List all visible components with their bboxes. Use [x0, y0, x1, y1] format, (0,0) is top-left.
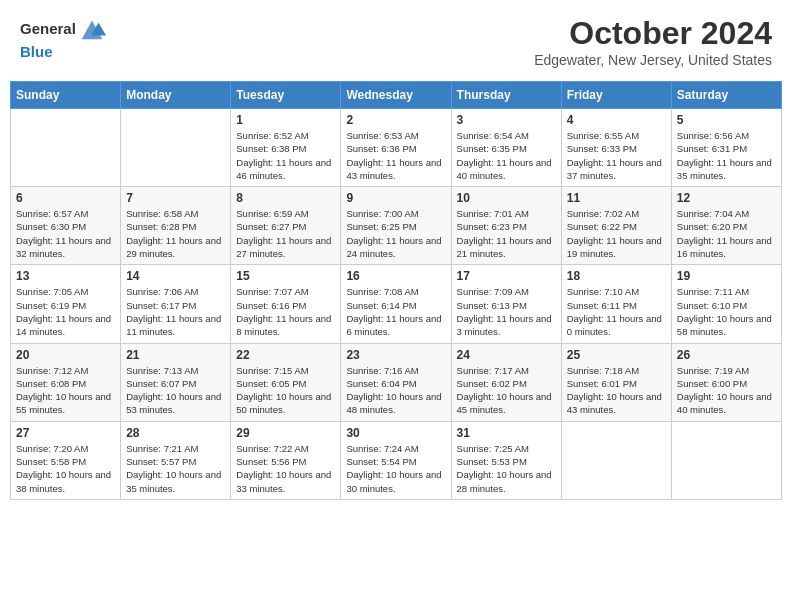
day-info: Sunrise: 7:25 AM Sunset: 5:53 PM Dayligh…: [457, 442, 556, 495]
calendar-cell: 27Sunrise: 7:20 AM Sunset: 5:58 PM Dayli…: [11, 421, 121, 499]
calendar-cell: 12Sunrise: 7:04 AM Sunset: 6:20 PM Dayli…: [671, 187, 781, 265]
calendar-cell: 13Sunrise: 7:05 AM Sunset: 6:19 PM Dayli…: [11, 265, 121, 343]
calendar-cell: 4Sunrise: 6:55 AM Sunset: 6:33 PM Daylig…: [561, 109, 671, 187]
day-number: 29: [236, 426, 335, 440]
day-info: Sunrise: 7:21 AM Sunset: 5:57 PM Dayligh…: [126, 442, 225, 495]
day-info: Sunrise: 7:09 AM Sunset: 6:13 PM Dayligh…: [457, 285, 556, 338]
calendar-week-4: 20Sunrise: 7:12 AM Sunset: 6:08 PM Dayli…: [11, 343, 782, 421]
day-number: 3: [457, 113, 556, 127]
header-cell-thursday: Thursday: [451, 82, 561, 109]
calendar-cell: 1Sunrise: 6:52 AM Sunset: 6:38 PM Daylig…: [231, 109, 341, 187]
logo-text-blue: Blue: [20, 43, 53, 60]
header-cell-monday: Monday: [121, 82, 231, 109]
title-section: October 2024 Edgewater, New Jersey, Unit…: [534, 15, 772, 68]
calendar-cell: 16Sunrise: 7:08 AM Sunset: 6:14 PM Dayli…: [341, 265, 451, 343]
logo-icon: [78, 15, 106, 43]
day-info: Sunrise: 6:55 AM Sunset: 6:33 PM Dayligh…: [567, 129, 666, 182]
calendar-cell: 19Sunrise: 7:11 AM Sunset: 6:10 PM Dayli…: [671, 265, 781, 343]
calendar-cell: [121, 109, 231, 187]
day-number: 28: [126, 426, 225, 440]
day-number: 19: [677, 269, 776, 283]
header-cell-saturday: Saturday: [671, 82, 781, 109]
day-info: Sunrise: 7:04 AM Sunset: 6:20 PM Dayligh…: [677, 207, 776, 260]
calendar-cell: 3Sunrise: 6:54 AM Sunset: 6:35 PM Daylig…: [451, 109, 561, 187]
calendar-cell: 25Sunrise: 7:18 AM Sunset: 6:01 PM Dayli…: [561, 343, 671, 421]
calendar-cell: 26Sunrise: 7:19 AM Sunset: 6:00 PM Dayli…: [671, 343, 781, 421]
day-number: 7: [126, 191, 225, 205]
day-number: 24: [457, 348, 556, 362]
day-number: 1: [236, 113, 335, 127]
calendar-cell: 7Sunrise: 6:58 AM Sunset: 6:28 PM Daylig…: [121, 187, 231, 265]
calendar-cell: 30Sunrise: 7:24 AM Sunset: 5:54 PM Dayli…: [341, 421, 451, 499]
calendar-week-1: 1Sunrise: 6:52 AM Sunset: 6:38 PM Daylig…: [11, 109, 782, 187]
logo-text-general: General: [20, 20, 76, 38]
day-info: Sunrise: 7:15 AM Sunset: 6:05 PM Dayligh…: [236, 364, 335, 417]
day-number: 18: [567, 269, 666, 283]
day-number: 15: [236, 269, 335, 283]
day-info: Sunrise: 7:18 AM Sunset: 6:01 PM Dayligh…: [567, 364, 666, 417]
day-number: 22: [236, 348, 335, 362]
calendar-cell: 10Sunrise: 7:01 AM Sunset: 6:23 PM Dayli…: [451, 187, 561, 265]
day-number: 17: [457, 269, 556, 283]
calendar-cell: 31Sunrise: 7:25 AM Sunset: 5:53 PM Dayli…: [451, 421, 561, 499]
day-info: Sunrise: 6:54 AM Sunset: 6:35 PM Dayligh…: [457, 129, 556, 182]
calendar-cell: 20Sunrise: 7:12 AM Sunset: 6:08 PM Dayli…: [11, 343, 121, 421]
calendar-cell: 28Sunrise: 7:21 AM Sunset: 5:57 PM Dayli…: [121, 421, 231, 499]
day-number: 11: [567, 191, 666, 205]
day-number: 30: [346, 426, 445, 440]
day-info: Sunrise: 7:24 AM Sunset: 5:54 PM Dayligh…: [346, 442, 445, 495]
day-info: Sunrise: 7:07 AM Sunset: 6:16 PM Dayligh…: [236, 285, 335, 338]
calendar-cell: 17Sunrise: 7:09 AM Sunset: 6:13 PM Dayli…: [451, 265, 561, 343]
calendar-cell: [561, 421, 671, 499]
calendar-cell: [11, 109, 121, 187]
calendar-cell: 15Sunrise: 7:07 AM Sunset: 6:16 PM Dayli…: [231, 265, 341, 343]
logo: General Blue: [20, 15, 106, 61]
calendar-table: SundayMondayTuesdayWednesdayThursdayFrid…: [10, 81, 782, 500]
day-number: 5: [677, 113, 776, 127]
day-info: Sunrise: 7:13 AM Sunset: 6:07 PM Dayligh…: [126, 364, 225, 417]
day-info: Sunrise: 7:20 AM Sunset: 5:58 PM Dayligh…: [16, 442, 115, 495]
day-number: 20: [16, 348, 115, 362]
calendar-cell: 9Sunrise: 7:00 AM Sunset: 6:25 PM Daylig…: [341, 187, 451, 265]
day-number: 8: [236, 191, 335, 205]
location-title: Edgewater, New Jersey, United States: [534, 52, 772, 68]
day-number: 9: [346, 191, 445, 205]
day-info: Sunrise: 6:53 AM Sunset: 6:36 PM Dayligh…: [346, 129, 445, 182]
calendar-cell: 18Sunrise: 7:10 AM Sunset: 6:11 PM Dayli…: [561, 265, 671, 343]
day-number: 16: [346, 269, 445, 283]
day-info: Sunrise: 7:17 AM Sunset: 6:02 PM Dayligh…: [457, 364, 556, 417]
calendar-cell: 23Sunrise: 7:16 AM Sunset: 6:04 PM Dayli…: [341, 343, 451, 421]
day-info: Sunrise: 7:08 AM Sunset: 6:14 PM Dayligh…: [346, 285, 445, 338]
day-number: 10: [457, 191, 556, 205]
day-number: 4: [567, 113, 666, 127]
day-info: Sunrise: 7:06 AM Sunset: 6:17 PM Dayligh…: [126, 285, 225, 338]
day-info: Sunrise: 7:00 AM Sunset: 6:25 PM Dayligh…: [346, 207, 445, 260]
day-info: Sunrise: 7:22 AM Sunset: 5:56 PM Dayligh…: [236, 442, 335, 495]
day-info: Sunrise: 7:12 AM Sunset: 6:08 PM Dayligh…: [16, 364, 115, 417]
day-info: Sunrise: 7:02 AM Sunset: 6:22 PM Dayligh…: [567, 207, 666, 260]
calendar-cell: 22Sunrise: 7:15 AM Sunset: 6:05 PM Dayli…: [231, 343, 341, 421]
day-number: 14: [126, 269, 225, 283]
day-info: Sunrise: 7:16 AM Sunset: 6:04 PM Dayligh…: [346, 364, 445, 417]
calendar-cell: 24Sunrise: 7:17 AM Sunset: 6:02 PM Dayli…: [451, 343, 561, 421]
day-number: 21: [126, 348, 225, 362]
day-number: 27: [16, 426, 115, 440]
month-title: October 2024: [534, 15, 772, 52]
calendar-week-3: 13Sunrise: 7:05 AM Sunset: 6:19 PM Dayli…: [11, 265, 782, 343]
header-cell-tuesday: Tuesday: [231, 82, 341, 109]
calendar-cell: 29Sunrise: 7:22 AM Sunset: 5:56 PM Dayli…: [231, 421, 341, 499]
calendar-week-5: 27Sunrise: 7:20 AM Sunset: 5:58 PM Dayli…: [11, 421, 782, 499]
day-info: Sunrise: 6:58 AM Sunset: 6:28 PM Dayligh…: [126, 207, 225, 260]
header-cell-wednesday: Wednesday: [341, 82, 451, 109]
day-number: 6: [16, 191, 115, 205]
calendar-week-2: 6Sunrise: 6:57 AM Sunset: 6:30 PM Daylig…: [11, 187, 782, 265]
day-number: 26: [677, 348, 776, 362]
day-info: Sunrise: 7:01 AM Sunset: 6:23 PM Dayligh…: [457, 207, 556, 260]
calendar-cell: 14Sunrise: 7:06 AM Sunset: 6:17 PM Dayli…: [121, 265, 231, 343]
day-info: Sunrise: 7:19 AM Sunset: 6:00 PM Dayligh…: [677, 364, 776, 417]
day-number: 12: [677, 191, 776, 205]
calendar-cell: 5Sunrise: 6:56 AM Sunset: 6:31 PM Daylig…: [671, 109, 781, 187]
calendar-cell: 8Sunrise: 6:59 AM Sunset: 6:27 PM Daylig…: [231, 187, 341, 265]
day-info: Sunrise: 7:05 AM Sunset: 6:19 PM Dayligh…: [16, 285, 115, 338]
header-cell-sunday: Sunday: [11, 82, 121, 109]
